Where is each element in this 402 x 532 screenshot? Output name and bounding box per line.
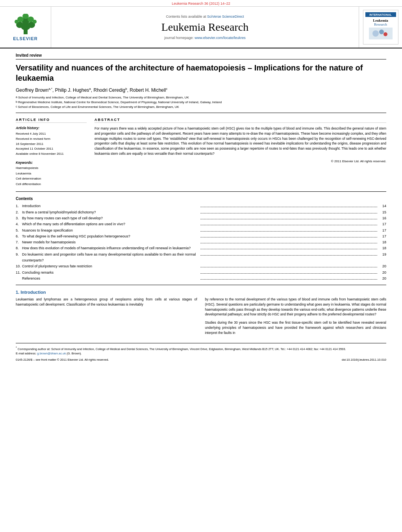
contents-item: 11.Concluding remarks20 — [16, 270, 386, 276]
author1-name: Geoffrey Brown — [16, 87, 48, 93]
contents-item-dots — [200, 213, 378, 213]
article-info-heading: ARTICLE INFO — [16, 118, 87, 123]
introduction-section: 1. Introduction Leukaemias and lymphomas… — [16, 290, 386, 338]
logo-leukemia-text: Leukemia — [366, 19, 395, 22]
journal-logo-area: INTERNATIONAL Leukemia Research — [359, 7, 402, 48]
keyword-4: Cell differentiation — [16, 182, 87, 187]
contents-item-num: 2. — [16, 209, 22, 215]
history-online: Available online 8 November 2011 — [16, 152, 87, 157]
contents-item-num: 7. — [16, 239, 22, 245]
footnote-text: Corresponding author at: School of Immun… — [18, 347, 346, 351]
svg-point-8 — [15, 20, 19, 24]
author4-name: Robert H. Michell — [130, 87, 166, 93]
author1-sup: a,* — [48, 87, 52, 91]
abstract-text: For many years there was a widely accept… — [94, 126, 386, 156]
sciverse-link[interactable]: SciVerse ScienceDirect — [207, 15, 244, 19]
contents-item: 2.Is there a central lymphoid/myeloid di… — [16, 209, 386, 215]
main-content: Invited review Versatility and nuances o… — [0, 48, 402, 366]
affiliations: a School of Immunity and Infection, Coll… — [16, 95, 386, 113]
email-address[interactable]: g.brown@bham.ac.uk — [37, 352, 66, 355]
contents-item: 10.Control of pluripotency versus fate r… — [16, 263, 386, 269]
contents-item-num: 9. — [16, 252, 22, 258]
logo-stripe-text: INTERNATIONAL — [369, 13, 392, 16]
sciverse-line: Contents lists available at SciVerse Sci… — [166, 15, 244, 19]
history-received: Received 4 July 2011 — [16, 132, 87, 137]
affiliation-1: a School of Immunity and Infection, Coll… — [16, 95, 386, 100]
history-revised-label: Received in revised form — [16, 137, 87, 142]
logo-research-text: Research — [366, 22, 395, 26]
homepage-link[interactable]: www.elsevier.com/locate/leukres — [195, 36, 246, 40]
contents-item-dots — [200, 279, 378, 280]
authors-line: Geoffrey Browna,*, Philip J. Hughesa, Rh… — [16, 87, 386, 93]
contents-item-dots — [200, 273, 378, 274]
journal-header-center: Contents lists available at SciVerse Sci… — [51, 7, 359, 48]
article-info-column: ARTICLE INFO Article history: Received 4… — [16, 118, 87, 187]
contents-item: 3.By how many routes can each type of ce… — [16, 215, 386, 221]
contents-item-label: By how many routes can each type of cell… — [22, 215, 199, 221]
footer-copyright: 0145-2126/$ – see front matter © 2011 El… — [16, 358, 386, 361]
contents-item-num: 5. — [16, 228, 22, 234]
contents-item-label: Which of the many sets of differentiatio… — [22, 221, 199, 227]
contents-item-dots — [200, 255, 378, 256]
contents-item-page: 20 — [378, 263, 386, 269]
logo-main-area: Leukemia Research — [365, 17, 396, 42]
contents-item-dots — [200, 231, 378, 232]
svg-point-11 — [372, 30, 379, 37]
contents-item-label: How does this evolution of models of hae… — [22, 245, 199, 251]
contents-item-page: 20 — [378, 276, 386, 282]
keyword-2: Leukaemia — [16, 171, 87, 176]
contents-item-page: 18 — [378, 245, 386, 251]
article-title: Versatility and nuances of the architect… — [16, 63, 386, 83]
contents-item: 8.How does this evolution of models of h… — [16, 245, 386, 251]
contents-item-label: Nuances to lineage specification — [22, 228, 199, 234]
contents-item-page: 14 — [378, 203, 386, 209]
footnote-marker: * — [16, 346, 17, 349]
keywords-label: Keywords: — [16, 161, 87, 165]
contents-item-label: To what degree is the self-renewing HSC … — [22, 234, 199, 239]
contents-item-page: 19 — [378, 252, 386, 258]
footnote: * Corresponding author at: School of Imm… — [16, 346, 386, 351]
intro-para1: Leukaemias and lymphomas are a heterogen… — [16, 297, 197, 307]
history-revised-date: 16 September 2011 — [16, 142, 87, 147]
contents-item: 9.Do leukaemic stem and progenitor cells… — [16, 252, 386, 264]
contents-section: Contents 1.Introduction142.Is there a ce… — [16, 196, 386, 285]
contents-item-num: 6. — [16, 234, 22, 239]
contents-item: 1.Introduction14 — [16, 203, 386, 209]
keyword-1: Haematopoiesis — [16, 165, 87, 171]
intro-para3: Studies during the 30 years since the HS… — [205, 320, 387, 335]
logo-top-stripe: INTERNATIONAL — [365, 12, 396, 17]
elsevier-logo: ELSEVIER — [12, 14, 39, 41]
author4-sup: c — [166, 87, 167, 91]
contents-item-page: 20 — [378, 270, 386, 276]
contents-item-label: Control of pluripotency versus fate rest… — [22, 263, 199, 269]
contents-item-dots — [200, 219, 378, 219]
contents-item-dots — [200, 249, 378, 249]
affil3-text: School of Biosciences, College of Life a… — [18, 105, 179, 109]
top-citation-bar: Leukemia Research 36 (2012) 14–22 — [0, 0, 402, 7]
affil1-sup: a — [16, 95, 17, 100]
contents-item: 7.Newer models for haematopoiesis18 — [16, 239, 386, 245]
intro-two-col: Leukaemias and lymphomas are a heterogen… — [16, 297, 386, 338]
homepage-line: journal homepage: www.elsevier.com/locat… — [164, 36, 246, 40]
elsevier-logo-area: ELSEVIER — [0, 7, 51, 48]
author3-name: Rhodri Ceredig — [93, 87, 125, 93]
intro-para2: by reference to the normal development o… — [205, 297, 387, 317]
contents-item: 5.Nuances to lineage specification17 — [16, 228, 386, 234]
author3-sup: b — [125, 87, 127, 91]
contents-item-page: 18 — [378, 239, 386, 245]
author2-sup: a — [89, 87, 91, 91]
contents-item-label: Introduction — [22, 203, 199, 209]
svg-point-9 — [33, 20, 37, 24]
abstract-column: ABSTRACT For many years there was a wide… — [94, 118, 386, 187]
logo-image — [369, 28, 393, 39]
elsevier-label: ELSEVIER — [13, 36, 37, 41]
contents-item: 6.To what degree is the self-renewing HS… — [16, 234, 386, 239]
contents-item-num: 4. — [16, 221, 22, 227]
contents-item-num: 8. — [16, 245, 22, 251]
affiliation-3: c School of Biosciences, College of Life… — [16, 105, 386, 109]
contents-title: Contents — [16, 196, 386, 201]
doi-text: doi:10.1016/j.leukres.2011.10.010 — [342, 358, 386, 361]
contents-item-label: Do leukaemic stem and progenitor cells h… — [22, 252, 199, 264]
contents-item-page: 17 — [378, 234, 386, 239]
contents-item-num: 10. — [16, 263, 22, 269]
